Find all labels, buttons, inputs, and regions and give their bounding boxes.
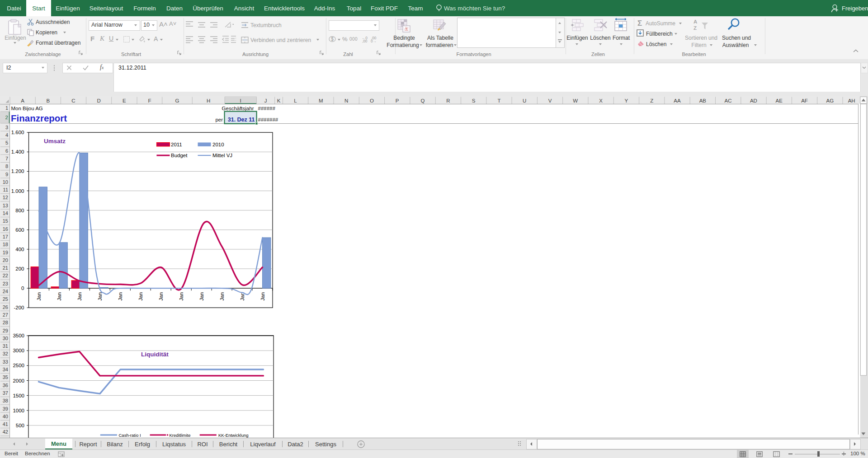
svg-text:Jan: Jan — [36, 292, 42, 301]
svg-text:1.000: 1.000 — [11, 188, 24, 194]
svg-text:14: 14 — [3, 210, 8, 216]
svg-text:16: 16 — [3, 226, 8, 232]
svg-text:Jan: Jan — [77, 292, 82, 301]
svg-text:Jan: Jan — [199, 292, 204, 301]
svg-text:G: G — [175, 98, 179, 103]
svg-text:10: 10 — [3, 179, 8, 185]
svg-text:Cash-ratio I: Cash-ratio I — [119, 433, 141, 438]
svg-text:1.400: 1.400 — [11, 149, 24, 154]
svg-text:1: 1 — [5, 105, 8, 111]
svg-text:31. Dez 11: 31. Dez 11 — [228, 117, 255, 123]
svg-text:9: 9 — [5, 172, 8, 177]
svg-text:-200: -200 — [14, 305, 24, 310]
svg-text:K: K — [277, 98, 281, 103]
svg-text:Jan: Jan — [219, 292, 225, 301]
svg-text:Mon Bijou AG: Mon Bijou AG — [11, 106, 43, 111]
svg-text:#######: ####### — [258, 117, 278, 122]
svg-text:18: 18 — [3, 242, 8, 247]
svg-text:600: 600 — [15, 227, 24, 233]
svg-text:24: 24 — [3, 289, 8, 294]
svg-text:A: A — [693, 19, 697, 24]
svg-text:17: 17 — [3, 234, 8, 239]
svg-text:1.600: 1.600 — [11, 130, 24, 135]
svg-text:3000: 3000 — [13, 348, 24, 353]
svg-text:S: S — [472, 98, 476, 103]
svg-text:Geschäftsjahr: Geschäftsjahr — [222, 106, 254, 111]
svg-text:Liquidität: Liquidität — [141, 351, 169, 358]
svg-text:KK-Entwicklung: KK-Entwicklung — [218, 433, 249, 438]
svg-text:AE: AE — [776, 98, 783, 103]
svg-text:J: J — [264, 98, 267, 103]
svg-text:13: 13 — [3, 203, 8, 208]
svg-text:$: $ — [331, 37, 334, 42]
svg-text:N: N — [344, 98, 348, 103]
svg-text:26: 26 — [3, 304, 8, 310]
svg-text:AH: AH — [848, 98, 855, 103]
svg-text:AD: AD — [750, 98, 757, 103]
svg-text:L: L — [294, 98, 297, 103]
svg-text:Jan: Jan — [260, 292, 265, 301]
svg-text:V: V — [548, 98, 552, 103]
svg-text:O: O — [370, 98, 374, 103]
svg-text:42: 42 — [3, 429, 8, 435]
svg-text:25: 25 — [3, 296, 8, 302]
svg-text:T: T — [497, 98, 500, 103]
svg-text:1.200: 1.200 — [11, 168, 24, 174]
svg-text:U: U — [523, 98, 526, 103]
svg-text:Kreditlimite: Kreditlimite — [170, 433, 191, 438]
svg-text:32: 32 — [3, 351, 8, 356]
svg-text:Z: Z — [650, 98, 653, 103]
svg-text:33: 33 — [3, 359, 8, 365]
svg-text:5: 5 — [5, 140, 8, 145]
svg-text:2010: 2010 — [212, 142, 224, 147]
svg-text:2500: 2500 — [13, 363, 24, 368]
svg-text:1500: 1500 — [13, 393, 24, 398]
svg-text:2000: 2000 — [13, 378, 24, 383]
svg-text:Jan: Jan — [118, 292, 123, 301]
svg-text:41: 41 — [3, 421, 8, 427]
svg-text:AG: AG — [826, 98, 834, 103]
svg-text:23: 23 — [3, 281, 8, 286]
svg-text:R: R — [446, 98, 450, 103]
svg-text:C: C — [71, 98, 75, 103]
svg-text:W: W — [573, 98, 578, 103]
svg-text:,00: ,00 — [362, 39, 368, 43]
svg-text:400: 400 — [15, 247, 24, 252]
svg-text:Umsatz: Umsatz — [44, 138, 66, 145]
svg-text:D: D — [97, 98, 101, 103]
svg-text:12: 12 — [3, 195, 8, 200]
svg-text:40: 40 — [3, 414, 8, 419]
svg-text:E: E — [123, 98, 126, 103]
svg-text:Finanzreport: Finanzreport — [11, 113, 67, 123]
svg-text:Y: Y — [625, 98, 628, 103]
svg-text:I: I — [240, 98, 241, 103]
svg-text:500: 500 — [16, 423, 24, 428]
svg-text:B: B — [46, 98, 50, 103]
svg-text:19: 19 — [3, 250, 8, 255]
svg-text:28: 28 — [3, 320, 8, 325]
svg-text:1000: 1000 — [13, 408, 24, 413]
svg-text:0→: 0→ — [371, 39, 377, 43]
svg-text:AC: AC — [725, 98, 732, 103]
svg-text:35: 35 — [3, 374, 8, 380]
svg-text:36: 36 — [3, 383, 8, 388]
svg-text:Jan: Jan — [179, 292, 184, 301]
svg-text:800: 800 — [15, 208, 24, 213]
svg-text:15: 15 — [3, 218, 8, 224]
svg-text:29: 29 — [3, 328, 8, 333]
svg-text:21: 21 — [3, 265, 8, 271]
svg-text:6: 6 — [5, 148, 8, 154]
svg-text:X: X — [599, 98, 603, 103]
svg-text:39: 39 — [3, 406, 8, 411]
svg-text:34: 34 — [3, 367, 8, 372]
svg-text:F: F — [148, 98, 151, 103]
svg-text:2011: 2011 — [171, 142, 182, 147]
svg-text:7: 7 — [5, 156, 8, 161]
svg-text:Jan: Jan — [57, 292, 62, 301]
svg-text:A: A — [21, 98, 24, 103]
svg-text:31: 31 — [3, 343, 8, 349]
svg-text:Budget: Budget — [171, 153, 188, 158]
svg-text:P: P — [396, 98, 399, 103]
svg-text:3: 3 — [5, 125, 8, 130]
svg-text:37: 37 — [3, 390, 8, 396]
